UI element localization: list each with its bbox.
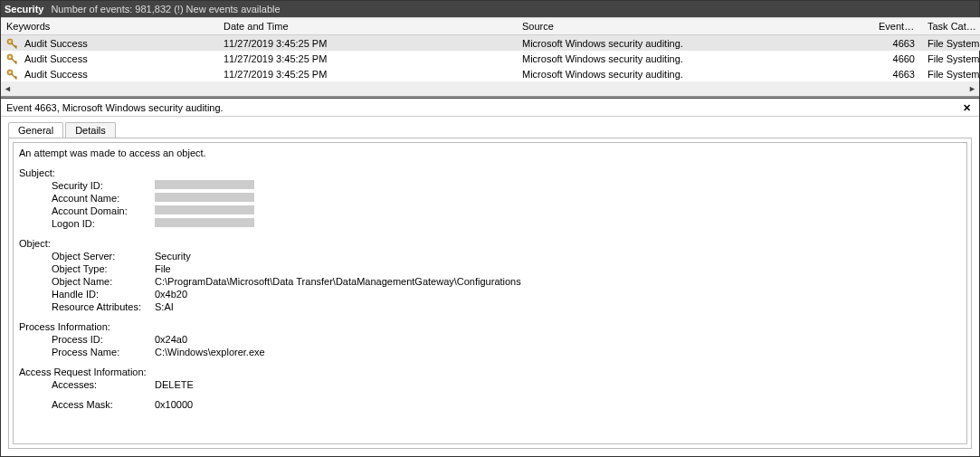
- cell-datetime: 11/27/2019 3:45:25 PM: [218, 53, 517, 64]
- redacted-value: [155, 218, 254, 227]
- svg-point-3: [9, 56, 11, 58]
- redacted-value: [155, 205, 254, 214]
- access-head: Access Request Information:: [19, 366, 961, 378]
- redacted-value: [155, 193, 254, 202]
- cell-eventid: 4663: [873, 69, 922, 80]
- cell-datetime: 11/27/2019 3:45:25 PM: [218, 69, 517, 80]
- detail-titlebar: Event 4663, Microsoft Windows security a…: [1, 99, 979, 117]
- svg-point-1: [9, 41, 11, 43]
- value-process-name: C:\Windows\explorer.exe: [155, 346, 961, 358]
- cell-eventid: 4660: [873, 53, 922, 64]
- key-icon: [6, 69, 17, 80]
- label-process-id: Process ID:: [19, 333, 155, 346]
- value-resource-attributes: S:AI: [155, 300, 961, 313]
- cell-taskcat: File System: [922, 69, 980, 80]
- label-process-name: Process Name:: [19, 346, 155, 358]
- scroll-left-icon[interactable]: ◄: [4, 84, 12, 93]
- detail-tabs: General Details: [8, 122, 979, 138]
- key-icon: [6, 53, 17, 64]
- cell-taskcat: File System: [922, 53, 980, 64]
- event-list-header: Keywords Date and Time Source Event ID T…: [1, 17, 980, 35]
- object-head: Object:: [19, 237, 961, 250]
- cell-keywords: Audit Success: [24, 53, 88, 64]
- value-object-server: Security: [155, 250, 961, 262]
- label-object-name: Object Name:: [19, 275, 155, 288]
- event-list-pane: Keywords Date and Time Source Event ID T…: [1, 17, 979, 97]
- value-accesses: DELETE: [155, 378, 961, 391]
- label-resource-attributes: Resource Attributes:: [19, 300, 155, 313]
- event-row[interactable]: Audit Success 11/27/2019 3:45:25 PM Micr…: [1, 51, 980, 66]
- col-taskcat[interactable]: Task Category: [922, 21, 980, 32]
- subject-head: Subject:: [19, 167, 961, 179]
- col-datetime[interactable]: Date and Time: [218, 21, 517, 32]
- cell-keywords: Audit Success: [24, 69, 88, 80]
- titlebar: Security Number of events: 981,832 (!) N…: [1, 1, 979, 17]
- value-handle-id: 0x4b20: [155, 288, 961, 300]
- event-row[interactable]: Audit Success 11/27/2019 3:45:25 PM Micr…: [1, 66, 980, 81]
- label-object-server: Object Server:: [19, 250, 155, 262]
- label-access-mask: Access Mask:: [19, 398, 155, 411]
- col-eventid[interactable]: Event ID: [873, 21, 922, 32]
- event-description-box[interactable]: An attempt was made to access an object.…: [13, 142, 967, 444]
- col-source[interactable]: Source: [517, 21, 873, 32]
- col-keywords[interactable]: Keywords: [1, 21, 218, 32]
- scroll-right-icon[interactable]: ►: [968, 84, 976, 93]
- cell-taskcat: File System: [922, 38, 980, 49]
- cell-source: Microsoft Windows security auditing.: [517, 53, 873, 64]
- value-object-type: File: [155, 262, 961, 275]
- redacted-value: [155, 180, 254, 189]
- cell-datetime: 11/27/2019 3:45:25 PM: [218, 38, 517, 49]
- titlebar-secondary: Number of events: 981,832 (!) New events…: [51, 1, 280, 17]
- value-process-id: 0x24a0: [155, 333, 961, 346]
- cell-eventid: 4663: [873, 38, 922, 49]
- key-icon: [6, 38, 17, 49]
- tab-general[interactable]: General: [8, 122, 63, 138]
- titlebar-primary: Security: [5, 1, 43, 17]
- close-icon[interactable]: ✕: [959, 99, 974, 117]
- label-handle-id: Handle ID:: [19, 288, 155, 300]
- detail-title-text: Event 4663, Microsoft Windows security a…: [6, 99, 224, 117]
- cell-source: Microsoft Windows security auditing.: [517, 69, 873, 80]
- label-account-domain: Account Domain:: [19, 205, 155, 217]
- tab-details[interactable]: Details: [65, 122, 116, 138]
- label-logon-id: Logon ID:: [19, 217, 155, 230]
- event-summary: An attempt was made to access an object.: [19, 147, 961, 159]
- value-object-name: C:\ProgramData\Microsoft\Data Transfer\D…: [155, 275, 961, 288]
- value-access-mask: 0x10000: [155, 398, 961, 411]
- label-security-id: Security ID:: [19, 179, 155, 192]
- label-account-name: Account Name:: [19, 192, 155, 205]
- tab-body: An attempt was made to access an object.…: [8, 138, 972, 449]
- event-row[interactable]: Audit Success 11/27/2019 3:45:25 PM Micr…: [1, 35, 980, 51]
- cell-keywords: Audit Success: [24, 38, 88, 49]
- label-object-type: Object Type:: [19, 262, 155, 275]
- svg-point-5: [9, 71, 11, 73]
- horizontal-scrollbar[interactable]: ◄ ►: [1, 81, 979, 96]
- process-head: Process Information:: [19, 320, 961, 333]
- cell-source: Microsoft Windows security auditing.: [517, 38, 873, 49]
- detail-pane: Event 4663, Microsoft Windows security a…: [1, 97, 979, 456]
- label-accesses: Accesses:: [19, 378, 155, 391]
